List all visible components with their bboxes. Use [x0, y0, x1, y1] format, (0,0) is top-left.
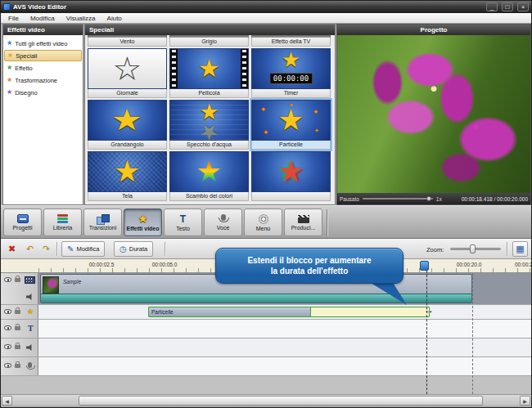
- timeline-view-button[interactable]: ▦: [512, 241, 528, 257]
- text-track-header[interactable]: T: [1, 320, 38, 338]
- particle-icon: ✦: [314, 128, 319, 133]
- effect-cell-specchio-dacqua[interactable]: ★ ★ Specchio d'acqua: [169, 100, 249, 150]
- effect-cell-vento[interactable]: Vento: [88, 35, 167, 47]
- visibility-icon[interactable]: [4, 309, 11, 314]
- voice-track-header[interactable]: [1, 357, 38, 375]
- produci-button[interactable]: Produci...: [284, 208, 322, 236]
- scrollbar-thumb[interactable]: [79, 396, 483, 406]
- lock-icon[interactable]: [15, 326, 20, 330]
- effect-thumbnail: ☆: [88, 48, 167, 89]
- visibility-icon[interactable]: [4, 344, 11, 349]
- seek-slider[interactable]: [363, 195, 433, 202]
- zoom-thumb[interactable]: [470, 244, 476, 253]
- effect-cell-unlabeled[interactable]: ★: [251, 151, 331, 201]
- particle-icon: ✦: [313, 109, 319, 116]
- seek-thumb[interactable]: [426, 196, 431, 201]
- libreria-button[interactable]: Libreria: [43, 208, 82, 236]
- resize-cursor-icon[interactable]: ↔: [424, 304, 434, 316]
- effect-cell-timer[interactable]: ★ 00:00:00 Timer: [251, 48, 331, 98]
- seek-track[interactable]: [363, 198, 433, 200]
- scroll-left-button[interactable]: ◀: [2, 396, 12, 406]
- effect-cell-giornale[interactable]: ☆ Giornale: [88, 48, 167, 98]
- effect-cell-effetto-della-tv[interactable]: Effetto della TV: [251, 35, 331, 47]
- effect-block-original[interactable]: Particelle: [149, 307, 311, 316]
- toolbar-separator: [327, 209, 327, 236]
- voce-button[interactable]: Voce: [204, 208, 242, 236]
- playhead-marker[interactable]: [420, 261, 429, 271]
- category-trasformazione[interactable]: ★ Trasformazione: [4, 74, 82, 86]
- particle-icon: ✦: [263, 129, 269, 137]
- effect-cell-scambio-dei-colori[interactable]: ★ Scambio dei colori: [169, 151, 249, 201]
- app-icon: [3, 3, 11, 11]
- effect-cell-grandangolo[interactable]: ★ Grandangolo: [88, 100, 167, 150]
- effects-grid-panel: Speciali Vento Grigio Effetto della TV ☆…: [84, 24, 336, 205]
- clip-label: Sample: [63, 279, 81, 285]
- effect-cell-particelle[interactable]: ★ ✦ ✦ ✦ ✦ ✦ Particelle: [251, 100, 331, 150]
- zoom-slider[interactable]: [450, 244, 501, 253]
- category-effetto[interactable]: ★ Effetto: [4, 62, 82, 74]
- modifica-button[interactable]: ✎ Modifica: [61, 241, 105, 257]
- grid-icon: ▦: [516, 244, 524, 254]
- menu-visualizza[interactable]: Visualizza: [61, 13, 101, 24]
- visibility-icon[interactable]: [4, 277, 11, 282]
- lock-icon[interactable]: [15, 345, 20, 349]
- video-track-header[interactable]: [1, 273, 38, 304]
- menu-file[interactable]: File: [2, 13, 25, 24]
- undo-button[interactable]: ↶: [22, 241, 38, 257]
- button-label: Transizioni: [89, 225, 117, 231]
- testo-button[interactable]: T Testo: [164, 208, 202, 236]
- horizontal-scrollbar[interactable]: ◀ ▶: [1, 394, 531, 406]
- effect-label: Vento: [88, 38, 167, 47]
- menu-button[interactable]: Menù: [244, 208, 282, 236]
- text-track-body[interactable]: [38, 320, 531, 338]
- effect-thumbnail: ★ ★: [169, 100, 249, 141]
- video-track-icon: [25, 276, 35, 284]
- delete-button[interactable]: ✖: [4, 241, 20, 257]
- visibility-icon[interactable]: [4, 325, 11, 330]
- project-preview-panel: Progetto Pausato 1x 00:00:18.418 / 00:00…: [336, 24, 531, 205]
- maximize-button[interactable]: □: [502, 2, 513, 11]
- category-speciali[interactable]: ★ Speciali: [4, 50, 82, 61]
- menu-aiuto[interactable]: Aiuto: [101, 13, 128, 24]
- category-icon: ★: [7, 89, 12, 96]
- menu-modifica[interactable]: Modifica: [25, 13, 61, 24]
- zoom-track[interactable]: [450, 248, 501, 250]
- effect-block-particelle[interactable]: Particelle: [148, 307, 430, 317]
- category-all-effects[interactable]: ★ Tutti gli effetti video: [4, 38, 82, 49]
- audio-track-header[interactable]: [1, 339, 38, 356]
- visibility-icon[interactable]: [4, 363, 11, 368]
- redo-button[interactable]: ↷: [38, 241, 54, 257]
- delete-icon: ✖: [8, 244, 16, 254]
- undo-icon: ↶: [26, 244, 34, 254]
- progetti-button[interactable]: Progetti: [3, 208, 42, 236]
- lock-icon[interactable]: [15, 310, 20, 314]
- scroll-right-button[interactable]: ▶: [520, 396, 530, 406]
- lock-icon[interactable]: [15, 278, 20, 282]
- transizioni-button[interactable]: Transizioni: [83, 208, 122, 236]
- effect-cell-grigio[interactable]: Grigio: [169, 35, 249, 47]
- effect-label: Giornale: [88, 89, 167, 98]
- window-title: AVS Video Editor: [13, 3, 482, 11]
- category-disegno[interactable]: ★ Disegno: [4, 87, 82, 98]
- effects-track-header[interactable]: ★: [1, 305, 38, 319]
- title-bar[interactable]: AVS Video Editor _ □ ×: [1, 1, 531, 13]
- close-button[interactable]: ×: [517, 2, 529, 11]
- effect-cell-tela[interactable]: ★ Tela: [88, 151, 167, 201]
- effetti-video-button[interactable]: ★ Effetti video: [124, 208, 162, 236]
- voice-track-body[interactable]: [38, 357, 531, 375]
- transitions-icon: [97, 214, 109, 223]
- lock-icon[interactable]: [15, 364, 20, 368]
- minimize-button[interactable]: _: [486, 2, 498, 11]
- effects-track-body: Particelle: [38, 305, 531, 319]
- menu-bar: File Modifica Visualizza Aiuto: [1, 13, 531, 24]
- timer-display: 00:00:00: [269, 73, 313, 84]
- text-icon: T: [180, 214, 186, 224]
- main-toolbar: Progetti Libreria Transizioni ★ Effetti …: [1, 205, 531, 239]
- star-icon: ★: [111, 105, 143, 135]
- star-icon: ★: [277, 157, 304, 186]
- ruler-label: 00:00:05.0: [152, 262, 178, 267]
- durata-button[interactable]: ◷ Durata: [114, 241, 153, 257]
- audio-track-body[interactable]: [38, 339, 531, 356]
- star-icon: ★: [114, 157, 140, 186]
- effect-cell-pellicola[interactable]: ★ Pellicola: [169, 48, 249, 98]
